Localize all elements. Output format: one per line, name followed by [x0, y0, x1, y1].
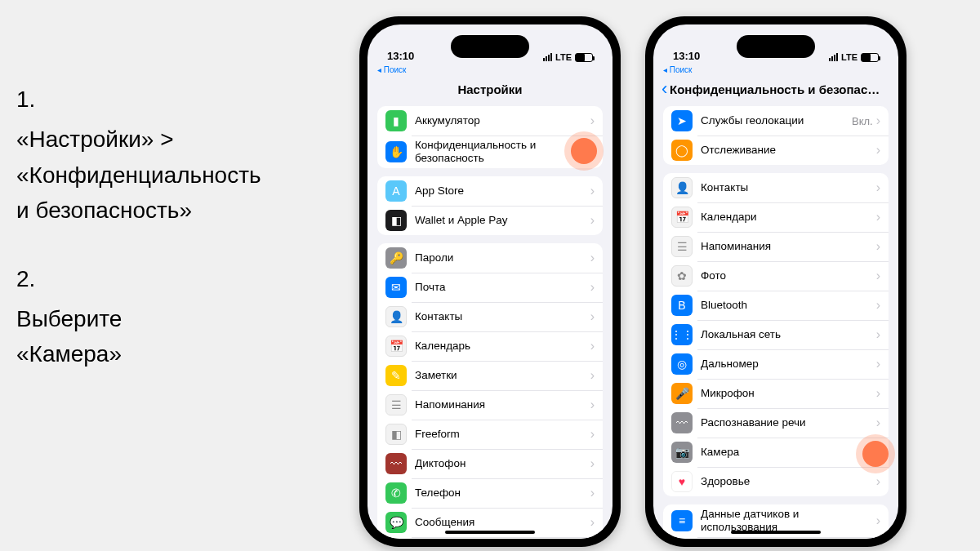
row-label: Камера — [701, 446, 876, 459]
row-icon: 📷 — [671, 442, 693, 463]
chevron-right-icon: › — [876, 180, 880, 195]
row-label: Телефон — [415, 487, 590, 500]
settings-row[interactable]: 🎤Микрофон› — [663, 379, 889, 408]
row-label: Календари — [701, 211, 876, 224]
privacy-list[interactable]: ➤Службы геолокацииВкл.›◯Отслеживание›👤Ко… — [653, 106, 898, 539]
back-to-search[interactable]: ◂ Поиск — [653, 64, 898, 74]
settings-row[interactable]: 👤Контакты› — [377, 302, 603, 331]
chevron-right-icon: › — [876, 357, 880, 371]
settings-row[interactable]: 〰Диктофон› — [377, 449, 603, 478]
settings-row[interactable]: 🔑Пароли› — [377, 243, 603, 273]
settings-row[interactable]: ▣FaceTime› — [377, 537, 603, 539]
step-text: Выберите — [16, 301, 343, 336]
step-number: 2. — [16, 261, 343, 296]
row-icon: ✿ — [671, 265, 693, 287]
settings-row[interactable]: ◧Freeform› — [377, 420, 603, 449]
settings-row[interactable]: ◧Wallet и Apple Pay› — [377, 206, 603, 235]
row-label: Конфиденциальность и безопасность — [415, 139, 590, 165]
highlight-dot — [571, 138, 597, 164]
settings-list[interactable]: ▮Аккумулятор›✋Конфиденциальность и безоп… — [368, 106, 612, 539]
settings-row[interactable]: AApp Store› — [377, 176, 603, 206]
carrier-label: LTE — [555, 52, 572, 62]
signal-icon — [543, 53, 552, 61]
row-icon: 🔑 — [385, 247, 407, 269]
chevron-right-icon: › — [876, 386, 880, 401]
settings-row[interactable]: ⌂HomeKit› — [663, 537, 889, 539]
chevron-right-icon: › — [876, 143, 880, 158]
step-text: «Камера» — [16, 336, 343, 371]
step-text: и безопасность» — [16, 193, 343, 228]
row-label: Контакты — [415, 310, 590, 323]
settings-group: ➤Службы геолокацииВкл.›◯Отслеживание› — [663, 106, 889, 165]
settings-row[interactable]: 📷Камера› — [663, 438, 889, 467]
settings-row[interactable]: 〰Распознавание речи› — [663, 408, 889, 438]
chevron-right-icon: › — [876, 415, 880, 430]
back-chevron-icon[interactable]: ‹ — [662, 80, 667, 98]
chevron-right-icon: › — [876, 210, 880, 224]
chevron-right-icon: › — [590, 251, 595, 265]
chevron-right-icon: › — [590, 368, 595, 383]
chevron-right-icon: › — [590, 398, 595, 412]
row-icon: 👤 — [671, 177, 693, 198]
settings-row[interactable]: ✎Заметки› — [377, 361, 603, 390]
row-label: Дальномер — [701, 358, 876, 371]
row-icon: ✆ — [385, 482, 407, 504]
row-icon: 〰 — [385, 453, 407, 474]
settings-row[interactable]: ▮Аккумулятор› — [377, 106, 603, 136]
dynamic-island — [451, 35, 529, 58]
row-icon: ◧ — [385, 424, 407, 445]
chevron-right-icon: › — [590, 309, 595, 324]
row-icon: 👤 — [385, 306, 407, 327]
battery-icon — [861, 53, 879, 62]
settings-group: ▮Аккумулятор›✋Конфиденциальность и безоп… — [377, 106, 603, 168]
row-label: Wallet и Apple Pay — [415, 214, 590, 227]
chevron-right-icon: › — [876, 327, 880, 342]
chevron-right-icon: › — [876, 113, 880, 128]
nav-bar: Настройки — [368, 74, 612, 104]
row-icon: ➤ — [671, 110, 693, 131]
settings-row[interactable]: 📅Календарь› — [377, 331, 603, 361]
row-label: Локальная сеть — [701, 328, 876, 341]
settings-row[interactable]: BBluetooth› — [663, 291, 889, 320]
settings-row[interactable]: ➤Службы геолокацииВкл.› — [663, 106, 889, 136]
settings-row[interactable]: ◎Дальномер› — [663, 349, 889, 379]
row-label: App Store — [415, 184, 590, 198]
chevron-right-icon: › — [590, 113, 595, 128]
status-time: 13:10 — [673, 50, 700, 62]
settings-row[interactable]: ◯Отслеживание› — [663, 136, 889, 165]
row-icon: ≡ — [671, 510, 693, 531]
row-icon: ◯ — [671, 140, 693, 161]
back-to-search[interactable]: ◂ Поиск — [368, 64, 612, 74]
chevron-right-icon: › — [876, 239, 880, 254]
settings-row[interactable]: ✆Телефон› — [377, 478, 603, 508]
chevron-right-icon: › — [876, 474, 880, 489]
row-label: Напоминания — [701, 240, 876, 253]
settings-row[interactable]: ⋮⋮Локальная сеть› — [663, 320, 889, 349]
settings-row[interactable]: ✋Конфиденциальность и безопасность› — [377, 136, 603, 168]
row-icon: 🎤 — [671, 383, 693, 404]
row-label: Календарь — [415, 340, 590, 353]
row-icon: ♥ — [671, 471, 693, 492]
row-label: Bluetooth — [701, 299, 876, 312]
settings-row[interactable]: ☰Напоминания› — [377, 390, 603, 420]
settings-row[interactable]: ♥Здоровье› — [663, 467, 889, 496]
row-label: Freeform — [415, 428, 590, 441]
instructions-panel: 1. «Настройки» > «Конфиденциальность и б… — [0, 0, 359, 551]
home-indicator[interactable] — [731, 531, 821, 534]
settings-row[interactable]: 👤Контакты› — [663, 173, 889, 202]
settings-row[interactable]: ✉Почта› — [377, 273, 603, 302]
nav-bar: ‹ Конфиденциальность и безопасность — [653, 74, 898, 104]
carrier-label: LTE — [841, 52, 858, 62]
chevron-right-icon: › — [590, 339, 595, 353]
settings-row[interactable]: 📅Календари› — [663, 202, 889, 232]
settings-row[interactable]: ☰Напоминания› — [663, 232, 889, 261]
row-icon: ◎ — [671, 353, 693, 375]
signal-icon — [829, 53, 838, 61]
home-indicator[interactable] — [445, 531, 535, 534]
chevron-right-icon: › — [590, 280, 595, 295]
settings-row[interactable]: ✿Фото› — [663, 261, 889, 291]
row-label: Микрофон — [701, 387, 876, 400]
row-label: Диктофон — [415, 457, 590, 470]
row-icon: 〰 — [671, 412, 693, 433]
row-icon: 💬 — [385, 512, 407, 533]
